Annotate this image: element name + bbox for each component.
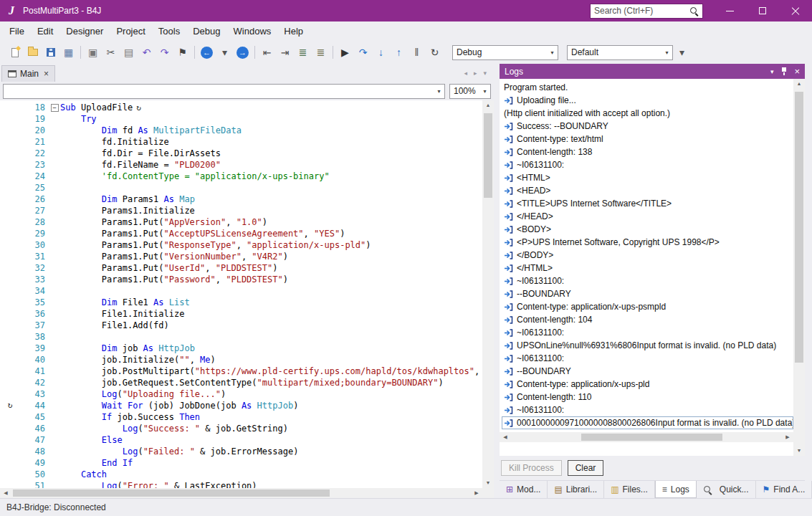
log-line[interactable]: ~I06131100: [502,352,793,365]
log-line[interactable]: Program started. [502,81,793,94]
scroll-left-icon[interactable]: ◀ [500,432,511,442]
log-line[interactable]: ~I06131100: [502,326,793,339]
search-icon[interactable] [689,6,699,16]
log-line[interactable]: <BODY> [502,223,793,236]
tab-scroll-right-icon[interactable]: ▸ [474,70,477,77]
pause-button[interactable]: ‖ [408,44,426,61]
log-line[interactable]: Success: --BOUNDARY [502,120,793,133]
log-line[interactable]: Content-type: application/x-ups-psmpld [502,300,793,313]
scroll-down-icon[interactable]: ▼ [482,478,494,488]
pin-icon[interactable] [780,67,787,76]
code-line[interactable]: 46 Log("Success: " & job.GetString) [0,423,482,434]
code-line[interactable]: 26 Dim Params1 As Map [0,194,482,205]
tab-modules[interactable]: ⊞Mod... [500,481,548,498]
code-line[interactable]: ↻44 Wait For (job) JobDone(job As HttpJo… [0,400,482,411]
code-line[interactable]: 18−Sub UploadFile↻ [0,102,482,113]
pane-splitter[interactable] [494,64,500,498]
tab-files[interactable]: ▥Files... [604,481,655,498]
log-line[interactable]: Content-length: 110 [502,391,793,403]
logs-panel-header[interactable]: Logs ▾ × [500,64,805,79]
code-line[interactable]: 30 Params1.Put("ResponseType", "applicat… [0,239,482,251]
log-line[interactable]: <HTML> [502,171,793,184]
navigate-forward-button[interactable]: → [234,44,252,61]
tab-quick[interactable]: Quick... [697,481,756,498]
code-line[interactable]: 20 Dim fd As MultipartFileData [0,125,482,136]
editor-vertical-scrollbar[interactable]: ▲ ▼ [482,100,494,488]
tab-close-icon[interactable]: × [44,69,49,79]
log-line[interactable]: 00010000009710000008800026806Input forma… [502,416,793,429]
scroll-down-icon[interactable]: ▼ [793,446,805,456]
log-line[interactable]: --BOUNDARY [502,365,793,378]
chevron-down-icon[interactable]: ▾ [661,49,672,56]
code-line[interactable]: 35 Dim File1 As List [0,297,482,308]
editor-horizontal-scrollbar[interactable]: ◀ ▶ [0,488,482,498]
code-line[interactable]: 25 [0,182,482,194]
kill-process-button[interactable]: Kill Process [501,460,562,476]
chevron-down-icon[interactable]: ▾ [434,88,444,95]
code-line[interactable]: 29 Params1.Put("AcceptUPSLicenseAgreemen… [0,228,482,239]
bookmark-button[interactable]: ⚑ [173,44,191,61]
log-line[interactable]: ~I06131100: [502,158,793,171]
tab-scroll-left-icon[interactable]: ◂ [464,70,467,77]
code-line[interactable]: 51 Log("Error: " & LastException) [0,480,482,488]
navigate-back-button[interactable]: ← [198,44,216,61]
undo-button[interactable]: ↶ [138,44,156,61]
title-search-box[interactable] [590,4,703,19]
log-line[interactable]: Content-type: text/html [502,133,793,145]
scroll-thumb[interactable] [581,434,722,441]
code-line[interactable]: 32 Params1.Put("UserId", "PLDDSTEST") [0,262,482,274]
scroll-right-icon[interactable]: ▶ [782,432,793,442]
code-editor[interactable]: 18−Sub UploadFile↻19 Try20 Dim fd As Mul… [0,100,482,488]
code-line[interactable]: 43 Log("Uploading file...") [0,388,482,400]
maximize-button[interactable] [746,0,779,22]
code-line[interactable]: 40 job.Initialize("", Me) [0,354,482,366]
cut-button[interactable]: ✂ [102,44,120,61]
tab-main[interactable]: Main × [1,65,55,82]
paste-button[interactable]: ▣ [84,44,102,61]
tab-find[interactable]: ⚑Find A... [756,481,812,498]
menu-file[interactable]: File [3,23,31,39]
scroll-up-icon[interactable]: ▲ [793,79,805,89]
code-line[interactable]: 47 Else [0,434,482,446]
save-button[interactable] [42,44,59,61]
sub-selector[interactable]: ▾ [3,84,445,99]
scroll-right-icon[interactable]: ▶ [471,488,482,498]
log-line[interactable]: ~I06131100: [502,403,793,416]
close-button[interactable] [779,0,812,22]
scroll-left-icon[interactable]: ◀ [0,488,11,498]
scroll-thumb[interactable] [13,489,330,497]
scroll-thumb[interactable] [484,113,492,198]
code-line[interactable]: 23 fd.FileName = "PLD0200" [0,159,482,171]
code-line[interactable]: 42 job.GetRequest.SetContentType("multip… [0,377,482,388]
code-line[interactable]: 19 Try [0,113,482,125]
log-line[interactable]: Content-length: 138 [502,145,793,158]
clear-button[interactable]: Clear [568,460,604,476]
log-line[interactable]: </BODY> [502,249,793,262]
code-line[interactable]: 27 Params1.Initialize [0,205,482,216]
menu-debug[interactable]: Debug [186,23,226,39]
tab-list-icon[interactable]: ▾ [483,70,487,77]
code-line[interactable]: 50 Catch [0,469,482,480]
minimize-button[interactable] [713,0,746,22]
menu-tools[interactable]: Tools [152,23,186,39]
step-over-button[interactable]: ↷ [354,44,372,61]
log-line[interactable]: (Http client initialized with accept all… [502,107,793,120]
code-line[interactable]: 41 job.PostMultipart("https://www.pld-ce… [0,366,482,377]
code-line[interactable]: 39 Dim job As HttpJob [0,343,482,354]
indent-button[interactable]: ⇥ [276,44,294,61]
menu-designer[interactable]: Designer [59,23,110,39]
log-line[interactable]: UPSOnLine%null%6931%6806Input format is … [502,339,793,352]
new-project-button[interactable] [6,44,24,61]
log-line[interactable]: Uploading file... [502,94,793,107]
log-line[interactable]: <HEAD> [502,184,793,197]
code-line[interactable]: 37 File1.Add(fd) [0,320,482,331]
scroll-track[interactable] [793,89,805,446]
window-position-icon[interactable]: ▾ [770,68,774,75]
modules-button[interactable]: ▦ [59,44,77,61]
toolbar-overflow-button[interactable]: ▾ [673,44,691,61]
restart-button[interactable]: ↻ [426,44,444,61]
tab-logs[interactable]: ≡Logs [655,481,697,498]
log-line[interactable]: <P>UPS Internet Software, Copyright UPS … [502,236,793,249]
code-line[interactable]: 45 If job.Success Then [0,411,482,423]
collapse-icon[interactable]: − [51,104,59,112]
